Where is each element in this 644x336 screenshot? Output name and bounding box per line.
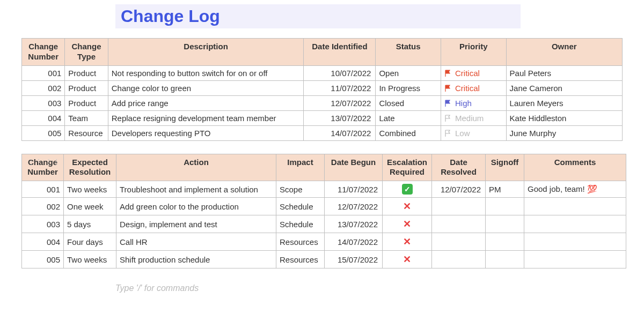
cell-priority: Critical — [441, 80, 506, 95]
cell-description: Developers requesting PTO — [108, 125, 304, 140]
cell-description: Replace resigning development team membe… — [108, 110, 304, 125]
title-block: Change Log — [115, 4, 521, 28]
col-header: Expected Resolution — [64, 154, 116, 181]
priority-label: Medium — [455, 114, 484, 123]
cell-signoff — [486, 233, 524, 251]
cell-change-number: 001 — [22, 181, 64, 198]
cell-expected-resolution: Two weeks — [64, 251, 116, 268]
flag-icon — [444, 84, 455, 93]
drag-handle-icon[interactable]: ⋮⋮ ⋮⋮ — [28, 158, 61, 166]
col-header: Signoff — [486, 154, 524, 181]
x-icon: ✕ — [403, 254, 411, 265]
col-header: Comments — [524, 154, 626, 181]
cell-change-number: 005 — [22, 125, 65, 140]
cell-signoff — [486, 198, 524, 215]
cell-comments — [524, 233, 626, 251]
cell-description: Not responding to button switch for on o… — [108, 65, 304, 80]
cell-impact: Resources — [276, 233, 325, 251]
cell-escalation: ✕ — [383, 198, 432, 215]
cell-date-resolved — [432, 215, 486, 233]
cell-date-resolved — [432, 198, 486, 215]
table-row: 005ResourceDevelopers requesting PTO14/0… — [22, 125, 623, 140]
cell-escalation: ✕ — [383, 215, 432, 233]
slash-command-input[interactable] — [115, 281, 330, 295]
cell-date-begun: 13/07/2022 — [325, 215, 383, 233]
cell-date-identified: 11/07/2022 — [304, 80, 376, 95]
cell-comments — [524, 251, 626, 268]
cell-signoff: PM — [486, 181, 524, 198]
cell-escalation: ✕ — [383, 233, 432, 251]
col-header: Owner — [506, 39, 622, 66]
cell-status: Combined — [376, 125, 441, 140]
table-row: 003ProductAdd price range12/07/2022Close… — [22, 95, 623, 110]
col-header: Change Number — [22, 39, 65, 66]
cell-owner: Jane Cameron — [506, 80, 622, 95]
priority-label: Low — [455, 129, 470, 138]
cell-status: Late — [376, 110, 441, 125]
cell-change-type: Product — [65, 65, 108, 80]
flag-icon — [444, 69, 455, 78]
cell-change-number: 003 — [22, 95, 65, 110]
col-header: Date Resolved — [432, 154, 486, 181]
cell-status: In Progress — [376, 80, 441, 95]
cell-change-number: 002 — [22, 198, 64, 215]
table-row: 005Two weeksShift production scheduleRes… — [22, 251, 626, 268]
cell-owner: Paul Peters — [506, 65, 622, 80]
cell-status: Open — [376, 65, 441, 80]
cell-change-type: Resource — [65, 125, 108, 140]
cell-date-resolved: 12/07/2022 — [432, 181, 486, 198]
table-row: 001ProductNot responding to button switc… — [22, 65, 623, 80]
flag-icon — [444, 99, 455, 108]
cell-date-begun: 14/07/2022 — [325, 233, 383, 251]
table2-wrap: ⋮⋮ ⋮⋮ Change NumberExpected ResolutionAc… — [21, 154, 623, 269]
cell-action: Design, implement and test — [116, 215, 276, 233]
priority-label: Critical — [455, 69, 480, 78]
table-row: 002One weekAdd green color to the produc… — [22, 198, 626, 215]
col-header: Change Type — [65, 39, 108, 66]
cell-comments — [524, 198, 626, 215]
col-header: Date Begun — [325, 154, 383, 181]
cell-priority: High — [441, 95, 506, 110]
table-row: 002ProductChange color to green11/07/202… — [22, 80, 623, 95]
cell-change-type: Product — [65, 95, 108, 110]
table-row: 001Two weeksTroubleshoot and implement a… — [22, 181, 626, 198]
table-row: 004TeamReplace resigning development tea… — [22, 110, 623, 125]
cell-escalation: ✓ — [383, 181, 432, 198]
cell-change-number: 001 — [22, 65, 65, 80]
cell-impact: Scope — [276, 181, 325, 198]
cell-owner: June Murphy — [506, 125, 622, 140]
cell-change-number: 004 — [22, 110, 65, 125]
col-header: Impact — [276, 154, 325, 181]
cell-date-begun: 11/07/2022 — [325, 181, 383, 198]
cell-expected-resolution: 5 days — [64, 215, 116, 233]
cell-date-identified: 12/07/2022 — [304, 95, 376, 110]
flag-icon — [444, 114, 455, 123]
cell-action: Add green color to the production — [116, 198, 276, 215]
cell-priority: Critical — [441, 65, 506, 80]
change-log-table: Change NumberChange TypeDescriptionDate … — [21, 38, 623, 141]
x-icon: ✕ — [403, 219, 411, 229]
cell-change-type: Team — [65, 110, 108, 125]
col-header: Escalation Required — [383, 154, 432, 181]
cell-priority: Low — [441, 125, 506, 140]
col-header: Status — [376, 39, 441, 66]
cell-impact: Resources — [276, 251, 325, 268]
cell-change-number: 004 — [22, 233, 64, 251]
cell-owner: Kate Hiddleston — [506, 110, 622, 125]
cell-action: Troubleshoot and implement a solution — [116, 181, 276, 198]
cell-signoff — [486, 251, 524, 268]
cell-change-number: 005 — [22, 251, 64, 268]
col-header: Action — [116, 154, 276, 181]
cell-date-identified: 14/07/2022 — [304, 125, 376, 140]
cell-description: Change color to green — [108, 80, 304, 95]
cell-description: Add price range — [108, 95, 304, 110]
x-icon: ✕ — [403, 236, 411, 247]
cell-date-identified: 10/07/2022 — [304, 65, 376, 80]
cell-action: Call HR — [116, 233, 276, 251]
check-icon: ✓ — [402, 184, 413, 195]
cell-date-resolved — [432, 251, 486, 268]
x-icon: ✕ — [403, 201, 411, 212]
cell-priority: Medium — [441, 110, 506, 125]
cell-signoff — [486, 215, 524, 233]
priority-label: Critical — [455, 84, 480, 93]
